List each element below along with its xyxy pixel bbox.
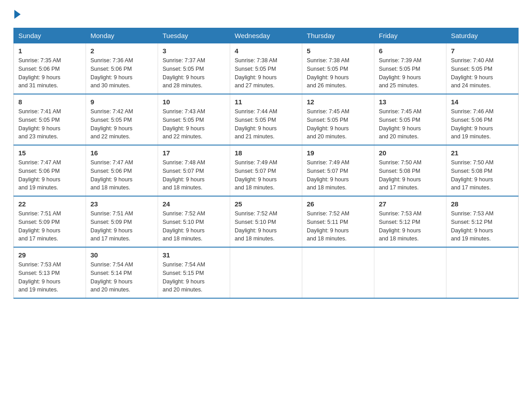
day-detail: Sunrise: 7:35 AM Sunset: 5:06 PM Dayligh… bbox=[18, 56, 81, 90]
day-number: 19 bbox=[307, 149, 369, 157]
day-number: 16 bbox=[90, 149, 153, 157]
day-cell: 4 Sunrise: 7:38 AM Sunset: 5:05 PM Dayli… bbox=[230, 43, 302, 94]
day-number: 25 bbox=[235, 200, 297, 208]
day-cell bbox=[374, 247, 446, 298]
day-cell: 16 Sunrise: 7:47 AM Sunset: 5:06 PM Dayl… bbox=[86, 145, 158, 196]
day-number: 18 bbox=[235, 149, 297, 157]
day-number: 14 bbox=[451, 98, 514, 106]
day-cell bbox=[230, 247, 302, 298]
day-number: 13 bbox=[379, 98, 442, 106]
week-row-3: 15 Sunrise: 7:47 AM Sunset: 5:06 PM Dayl… bbox=[14, 145, 519, 196]
day-detail: Sunrise: 7:46 AM Sunset: 5:06 PM Dayligh… bbox=[451, 107, 514, 141]
day-cell: 29 Sunrise: 7:53 AM Sunset: 5:13 PM Dayl… bbox=[14, 247, 86, 298]
day-detail: Sunrise: 7:52 AM Sunset: 5:10 PM Dayligh… bbox=[235, 210, 297, 243]
day-detail: Sunrise: 7:37 AM Sunset: 5:05 PM Dayligh… bbox=[163, 56, 225, 90]
day-detail: Sunrise: 7:48 AM Sunset: 5:07 PM Dayligh… bbox=[163, 158, 225, 192]
day-cell: 14 Sunrise: 7:46 AM Sunset: 5:06 PM Dayl… bbox=[446, 94, 519, 145]
day-detail: Sunrise: 7:45 AM Sunset: 5:05 PM Dayligh… bbox=[307, 107, 369, 141]
day-number: 12 bbox=[307, 98, 369, 106]
day-cell: 13 Sunrise: 7:45 AM Sunset: 5:05 PM Dayl… bbox=[374, 94, 446, 145]
day-number: 7 bbox=[451, 47, 514, 55]
day-detail: Sunrise: 7:47 AM Sunset: 5:06 PM Dayligh… bbox=[90, 158, 153, 192]
day-number: 17 bbox=[163, 149, 225, 157]
day-detail: Sunrise: 7:51 AM Sunset: 5:09 PM Dayligh… bbox=[18, 210, 81, 243]
day-cell: 31 Sunrise: 7:54 AM Sunset: 5:15 PM Dayl… bbox=[158, 247, 230, 298]
day-detail: Sunrise: 7:43 AM Sunset: 5:05 PM Dayligh… bbox=[163, 107, 225, 141]
day-number: 10 bbox=[163, 98, 225, 106]
page-header bbox=[13, 9, 519, 19]
logo-arrow-icon bbox=[14, 10, 21, 19]
day-detail: Sunrise: 7:38 AM Sunset: 5:05 PM Dayligh… bbox=[235, 56, 297, 90]
day-detail: Sunrise: 7:39 AM Sunset: 5:05 PM Dayligh… bbox=[379, 56, 442, 90]
day-detail: Sunrise: 7:50 AM Sunset: 5:08 PM Dayligh… bbox=[451, 158, 514, 192]
day-cell: 6 Sunrise: 7:39 AM Sunset: 5:05 PM Dayli… bbox=[374, 43, 446, 94]
header-row: SundayMondayTuesdayWednesdayThursdayFrid… bbox=[14, 28, 519, 43]
day-cell: 19 Sunrise: 7:49 AM Sunset: 5:07 PM Dayl… bbox=[302, 145, 374, 196]
header-wednesday: Wednesday bbox=[230, 28, 302, 43]
header-saturday: Saturday bbox=[446, 28, 519, 43]
day-cell: 9 Sunrise: 7:42 AM Sunset: 5:05 PM Dayli… bbox=[86, 94, 158, 145]
day-number: 6 bbox=[379, 47, 442, 55]
day-cell: 28 Sunrise: 7:53 AM Sunset: 5:12 PM Dayl… bbox=[446, 196, 519, 247]
day-number: 27 bbox=[379, 200, 442, 208]
day-cell: 27 Sunrise: 7:53 AM Sunset: 5:12 PM Dayl… bbox=[374, 196, 446, 247]
header-monday: Monday bbox=[86, 28, 158, 43]
day-cell: 8 Sunrise: 7:41 AM Sunset: 5:05 PM Dayli… bbox=[14, 94, 86, 145]
day-cell: 12 Sunrise: 7:45 AM Sunset: 5:05 PM Dayl… bbox=[302, 94, 374, 145]
day-cell: 11 Sunrise: 7:44 AM Sunset: 5:05 PM Dayl… bbox=[230, 94, 302, 145]
header-tuesday: Tuesday bbox=[158, 28, 230, 43]
day-number: 26 bbox=[307, 200, 369, 208]
day-number: 30 bbox=[90, 251, 153, 259]
day-detail: Sunrise: 7:53 AM Sunset: 5:12 PM Dayligh… bbox=[379, 210, 442, 243]
day-detail: Sunrise: 7:38 AM Sunset: 5:05 PM Dayligh… bbox=[307, 56, 369, 90]
day-number: 24 bbox=[163, 200, 225, 208]
day-detail: Sunrise: 7:52 AM Sunset: 5:10 PM Dayligh… bbox=[163, 210, 225, 243]
day-number: 9 bbox=[90, 98, 153, 106]
logo bbox=[13, 9, 21, 19]
day-detail: Sunrise: 7:54 AM Sunset: 5:15 PM Dayligh… bbox=[163, 261, 225, 294]
day-number: 15 bbox=[18, 149, 81, 157]
day-cell: 18 Sunrise: 7:49 AM Sunset: 5:07 PM Dayl… bbox=[230, 145, 302, 196]
calendar-table: SundayMondayTuesdayWednesdayThursdayFrid… bbox=[13, 28, 519, 299]
week-row-4: 22 Sunrise: 7:51 AM Sunset: 5:09 PM Dayl… bbox=[14, 196, 519, 247]
week-row-5: 29 Sunrise: 7:53 AM Sunset: 5:13 PM Dayl… bbox=[14, 247, 519, 298]
day-detail: Sunrise: 7:41 AM Sunset: 5:05 PM Dayligh… bbox=[18, 107, 81, 141]
day-cell: 10 Sunrise: 7:43 AM Sunset: 5:05 PM Dayl… bbox=[158, 94, 230, 145]
week-row-1: 1 Sunrise: 7:35 AM Sunset: 5:06 PM Dayli… bbox=[14, 43, 519, 94]
day-detail: Sunrise: 7:51 AM Sunset: 5:09 PM Dayligh… bbox=[90, 210, 153, 243]
day-cell bbox=[302, 247, 374, 298]
day-cell bbox=[446, 247, 519, 298]
day-detail: Sunrise: 7:44 AM Sunset: 5:05 PM Dayligh… bbox=[235, 107, 297, 141]
day-cell: 1 Sunrise: 7:35 AM Sunset: 5:06 PM Dayli… bbox=[14, 43, 86, 94]
day-cell: 3 Sunrise: 7:37 AM Sunset: 5:05 PM Dayli… bbox=[158, 43, 230, 94]
day-number: 22 bbox=[18, 200, 81, 208]
day-detail: Sunrise: 7:53 AM Sunset: 5:12 PM Dayligh… bbox=[451, 210, 514, 243]
header-sunday: Sunday bbox=[14, 28, 86, 43]
day-cell: 26 Sunrise: 7:52 AM Sunset: 5:11 PM Dayl… bbox=[302, 196, 374, 247]
day-number: 5 bbox=[307, 47, 369, 55]
day-detail: Sunrise: 7:52 AM Sunset: 5:11 PM Dayligh… bbox=[307, 210, 369, 243]
day-number: 1 bbox=[18, 47, 81, 55]
day-detail: Sunrise: 7:53 AM Sunset: 5:13 PM Dayligh… bbox=[18, 261, 81, 294]
day-detail: Sunrise: 7:49 AM Sunset: 5:07 PM Dayligh… bbox=[235, 158, 297, 192]
day-number: 23 bbox=[90, 200, 153, 208]
header-friday: Friday bbox=[374, 28, 446, 43]
day-detail: Sunrise: 7:47 AM Sunset: 5:06 PM Dayligh… bbox=[18, 158, 81, 192]
day-cell: 30 Sunrise: 7:54 AM Sunset: 5:14 PM Dayl… bbox=[86, 247, 158, 298]
day-cell: 7 Sunrise: 7:40 AM Sunset: 5:05 PM Dayli… bbox=[446, 43, 519, 94]
day-number: 20 bbox=[379, 149, 442, 157]
day-number: 8 bbox=[18, 98, 81, 106]
day-detail: Sunrise: 7:45 AM Sunset: 5:05 PM Dayligh… bbox=[379, 107, 442, 141]
day-number: 3 bbox=[163, 47, 225, 55]
day-detail: Sunrise: 7:40 AM Sunset: 5:05 PM Dayligh… bbox=[451, 56, 514, 90]
day-cell: 17 Sunrise: 7:48 AM Sunset: 5:07 PM Dayl… bbox=[158, 145, 230, 196]
day-cell: 23 Sunrise: 7:51 AM Sunset: 5:09 PM Dayl… bbox=[86, 196, 158, 247]
day-number: 21 bbox=[451, 149, 514, 157]
day-number: 2 bbox=[90, 47, 153, 55]
day-cell: 20 Sunrise: 7:50 AM Sunset: 5:08 PM Dayl… bbox=[374, 145, 446, 196]
day-cell: 15 Sunrise: 7:47 AM Sunset: 5:06 PM Dayl… bbox=[14, 145, 86, 196]
week-row-2: 8 Sunrise: 7:41 AM Sunset: 5:05 PM Dayli… bbox=[14, 94, 519, 145]
day-number: 29 bbox=[18, 251, 81, 259]
day-number: 28 bbox=[451, 200, 514, 208]
day-cell: 5 Sunrise: 7:38 AM Sunset: 5:05 PM Dayli… bbox=[302, 43, 374, 94]
